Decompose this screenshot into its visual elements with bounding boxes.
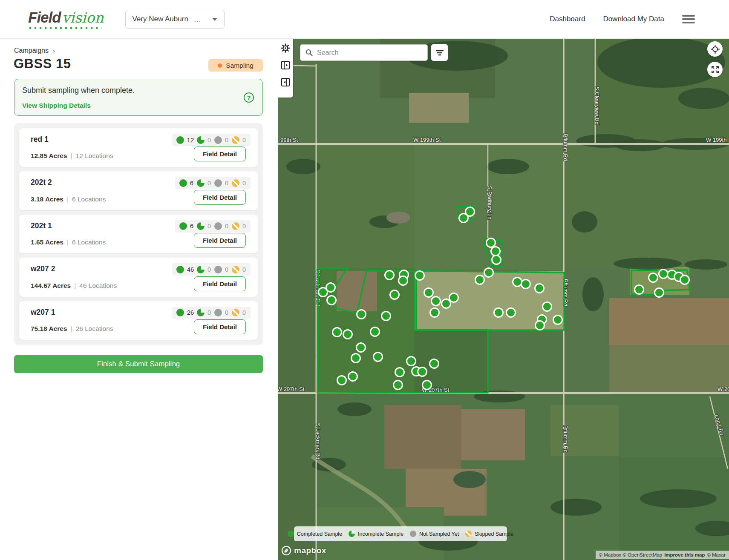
sample-status-counts: 6 0 0 0	[175, 177, 251, 189]
sample-marker[interactable]	[327, 296, 336, 305]
sample-marker[interactable]	[484, 268, 493, 277]
nav-dashboard[interactable]: Dashboard	[550, 15, 585, 23]
skipped-sample-icon	[232, 309, 239, 316]
field-meta: 1.65 Acres|6 Locations	[31, 238, 106, 246]
sample-marker[interactable]	[385, 271, 394, 280]
road-label: Pflumm Rd	[562, 134, 569, 161]
mapbox-logo[interactable]: mapbox	[281, 546, 326, 556]
road-label: W 20	[717, 386, 729, 392]
logo-vision-text: vision	[62, 9, 104, 26]
collapse-panel-icon[interactable]	[281, 77, 291, 87]
logo-field-text: Field	[28, 9, 61, 26]
field-name: w207 1	[31, 308, 55, 317]
sample-marker[interactable]	[337, 376, 346, 385]
sample-marker[interactable]	[513, 278, 522, 287]
sample-marker[interactable]	[507, 308, 516, 317]
sample-marker[interactable]	[382, 312, 391, 321]
field-detail-button[interactable]: Field Detail	[194, 190, 246, 205]
field-card-red-1[interactable]: red 1 12 0 0 0 12.85 Acres|12 Locations …	[19, 128, 258, 167]
field-card-w207-1[interactable]: w207 1 26 0 0 0 75.18 Acres|26 Locations…	[19, 301, 258, 340]
sample-marker[interactable]	[394, 381, 403, 390]
sample-marker[interactable]	[418, 368, 427, 376]
sample-marker[interactable]	[374, 353, 383, 362]
sample-marker[interactable]	[494, 308, 503, 317]
road-label: S Padbury Ln	[487, 186, 493, 220]
sample-marker[interactable]	[430, 359, 439, 368]
field-detail-button[interactable]: Field Detail	[194, 276, 246, 291]
organization-selector[interactable]: Very New Auburn ...	[125, 10, 225, 29]
sample-marker[interactable]	[649, 273, 658, 282]
sample-marker[interactable]	[659, 270, 668, 279]
sample-marker[interactable]	[442, 299, 451, 308]
help-icon[interactable]: ?	[244, 92, 254, 103]
sample-marker[interactable]	[349, 372, 357, 381]
sample-marker[interactable]	[522, 280, 530, 289]
sample-marker[interactable]	[487, 238, 496, 247]
sample-marker[interactable]	[424, 288, 433, 297]
incomplete-sample-icon	[197, 266, 205, 273]
sample-marker[interactable]	[399, 276, 408, 285]
road-label: W 199th St	[413, 137, 441, 143]
sample-marker[interactable]	[357, 343, 366, 352]
sample-marker[interactable]	[415, 271, 424, 280]
search-icon	[305, 49, 313, 56]
sample-marker[interactable]	[395, 368, 404, 377]
fullscreen-button[interactable]	[707, 62, 723, 77]
sample-marker[interactable]	[655, 288, 664, 297]
field-detail-button[interactable]: Field Detail	[194, 319, 246, 334]
sample-marker[interactable]	[352, 354, 360, 363]
expand-panel-icon[interactable]	[281, 60, 291, 70]
map-attribution: © Mapbox © OpenStreetMap Improve this ma…	[596, 551, 729, 559]
fieldvision-logo[interactable]: Field vision	[28, 9, 104, 29]
sample-marker[interactable]	[492, 256, 501, 264]
sample-marker[interactable]	[553, 316, 562, 325]
sample-marker[interactable]	[635, 285, 644, 294]
field-detail-button[interactable]: Field Detail	[194, 233, 246, 248]
view-shipping-details-link[interactable]: View Shipping Details	[22, 102, 255, 109]
locate-me-button[interactable]	[707, 41, 723, 57]
field-card-202t-2[interactable]: 202t 2 6 0 0 0 3.18 Acres|6 Locations Fi…	[19, 171, 258, 210]
sample-status-counts: 12 0 0 0	[172, 134, 251, 146]
improve-this-map-link[interactable]: Improve this map	[664, 552, 705, 557]
field-meta: 144.67 Acres|46 Locations	[31, 282, 117, 290]
sample-marker[interactable]	[333, 328, 342, 337]
road-label: Pflumm Rd	[562, 425, 569, 453]
sample-marker[interactable]	[371, 327, 380, 336]
field-card-list: red 1 12 0 0 0 12.85 Acres|12 Locations …	[14, 123, 263, 345]
sample-marker[interactable]	[535, 284, 544, 293]
sample-marker[interactable]	[390, 290, 399, 299]
status-dot-icon	[218, 63, 222, 68]
incomplete-sample-icon	[197, 309, 205, 316]
skipped-sample-icon	[232, 266, 239, 273]
field-card-202t-1[interactable]: 202t 1 6 0 0 0 1.65 Acres|6 Locations Fi…	[19, 215, 258, 253]
road-label: W 199th	[706, 137, 726, 143]
filter-button[interactable]	[431, 44, 448, 61]
breadcrumb[interactable]: Campaigns›	[14, 47, 55, 55]
road-label: S Clearview Rd	[594, 86, 600, 125]
sample-marker[interactable]	[680, 276, 689, 284]
sample-marker[interactable]	[343, 330, 352, 339]
sample-marker[interactable]	[430, 308, 439, 317]
satellite-map[interactable]: 99th StW 199th StW 199thW 207th StW 207t…	[278, 39, 729, 560]
not-sampled-icon	[214, 309, 222, 316]
sample-marker[interactable]	[423, 381, 432, 390]
field-card-w207-2[interactable]: w207 2 46 0 0 0 144.67 Acres|46 Location…	[19, 258, 258, 296]
field-detail-button[interactable]: Field Detail	[194, 146, 246, 161]
sample-marker[interactable]	[491, 247, 500, 256]
organization-name: Very New Auburn	[133, 15, 188, 23]
finish-submit-sampling-button[interactable]: Finish & Submit Sampling	[14, 355, 263, 373]
menu-icon[interactable]	[682, 15, 695, 23]
search-input[interactable]	[317, 49, 422, 57]
sample-marker[interactable]	[357, 310, 366, 319]
sample-marker[interactable]	[475, 276, 484, 284]
sample-marker[interactable]	[326, 283, 335, 292]
satellite-imagery[interactable]: 99th StW 199th StW 199thW 207th StW 207t…	[278, 39, 729, 560]
sample-marker[interactable]	[450, 293, 458, 302]
sample-marker[interactable]	[432, 297, 441, 306]
sample-marker[interactable]	[459, 214, 468, 223]
sample-marker[interactable]	[407, 357, 416, 366]
nav-download-my-data[interactable]: Download My Data	[603, 15, 664, 23]
settings-gear-icon[interactable]	[281, 43, 291, 53]
sample-marker[interactable]	[543, 302, 552, 311]
sample-marker[interactable]	[536, 321, 545, 330]
